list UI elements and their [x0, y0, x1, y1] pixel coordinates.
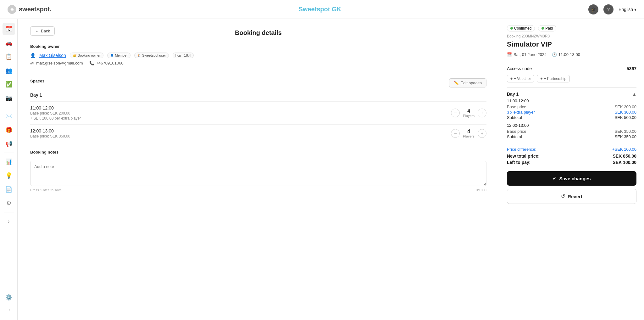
badge-booking-owner: 👑 Booking owner: [70, 53, 103, 58]
sidebar-item-calendar[interactable]: 📅: [3, 23, 15, 35]
partnership-label: + Partnership: [544, 76, 566, 81]
slot-base-price-2: Base price: SEK 350.00: [30, 134, 70, 138]
sidebar-item-schedule[interactable]: 📋: [3, 50, 15, 63]
notes-label: Booking notes: [30, 150, 486, 154]
sidebar-item-gift[interactable]: 🎁: [3, 124, 15, 136]
slot-row-2: 12:00-13:00 Base price: SEK 350.00 − 4 P…: [30, 124, 486, 142]
bay-label: Bay 1: [30, 93, 486, 98]
graduation-icon[interactable]: 🎓: [588, 4, 598, 14]
owner-row: 👤 Max Giselson 👑 Booking owner 👤 Member …: [30, 53, 486, 58]
meta-time: 🕐 11:00-13:00: [552, 52, 580, 57]
sidebar-separator-2: [4, 153, 14, 153]
subtotal-value-1: SEK 500.00: [615, 115, 636, 120]
sidebar-separator: [4, 107, 14, 107]
player-count-value-2: 4: [463, 129, 475, 134]
lang-selector[interactable]: English ▾: [619, 7, 636, 12]
sidebar-item-car[interactable]: 🚗: [3, 36, 15, 49]
player-count-label-1: Players: [463, 114, 475, 118]
notes-char-count: 0/1000: [476, 188, 486, 192]
action-buttons: ✓ Save changes ↺ Revert: [507, 171, 636, 204]
badge-sweetspot-label: Sweetspot user: [142, 53, 166, 57]
slot-info-1: 11:00-12:00 Base price: SEK 200.00 + SEK…: [30, 105, 81, 121]
badge-member-label: Member: [115, 53, 128, 57]
calendar-icon: 📅: [507, 52, 512, 57]
crown-icon: 👑: [73, 54, 76, 57]
revert-button[interactable]: ↺ Revert: [507, 189, 636, 204]
email-item: @ max.giselson@gmail.com: [30, 61, 83, 65]
slot-info-2: 12:00-13:00 Base price: SEK 350.00: [30, 128, 70, 138]
email-icon: @: [30, 61, 34, 65]
right-divider-2: [507, 87, 636, 88]
price-line-extra-1: 3 x extra player SEK 300.00: [507, 110, 636, 115]
app-title: Sweetspot GK: [298, 6, 341, 13]
sidebar-item-users[interactable]: 👥: [3, 64, 15, 77]
person-icon: 👤: [30, 53, 36, 58]
booking-ref: Booking 203MNZWM8R3: [507, 34, 636, 38]
sidebar-item-report[interactable]: 📄: [3, 183, 15, 196]
notes-hint: Press 'Enter' to save: [30, 188, 62, 192]
partnership-button[interactable]: + + Partnership: [537, 75, 570, 82]
sidebar-item-promotions[interactable]: 📢: [3, 138, 15, 150]
notes-textarea[interactable]: [30, 161, 486, 186]
time-block-2-label: 12:00-13:00: [507, 123, 636, 128]
access-row: Access code 5367: [507, 66, 636, 71]
plus-voucher-icon: +: [510, 76, 513, 81]
bay-section-label: Bay 1: [507, 92, 519, 97]
decrease-players-2[interactable]: −: [451, 129, 460, 138]
player-count-value-1: 4: [463, 108, 475, 114]
sidebar-item-settings[interactable]: ⚙️: [3, 291, 15, 304]
increase-players-1[interactable]: +: [478, 109, 486, 117]
notes-footer: Press 'Enter' to save 0/1000: [30, 188, 486, 192]
voucher-button[interactable]: + + Voucher: [507, 75, 534, 82]
sidebar-item-chart[interactable]: 📊: [3, 155, 15, 168]
sidebar-item-filter[interactable]: ⚙: [3, 197, 15, 210]
sidebar-item-bulb[interactable]: 💡: [3, 169, 15, 182]
extra-label-1: 3 x extra player: [507, 110, 535, 115]
collapse-icon[interactable]: ▲: [632, 92, 636, 97]
badge-hcp: hcp - 18.4: [173, 53, 194, 58]
help-icon[interactable]: ?: [603, 4, 613, 14]
clock-icon: 🕐: [552, 52, 557, 57]
golfer-icon: 🏌️: [137, 54, 141, 57]
slot-time-1: 11:00-12:00: [30, 105, 81, 110]
checkmark-icon: ✓: [552, 176, 557, 181]
slot-base-price-1: Base price: SEK 200.00: [30, 111, 81, 115]
plus-partnership-icon: +: [540, 76, 542, 81]
booking-notes: Booking notes Press 'Enter' to save 0/10…: [30, 150, 486, 192]
booking-meta: 📅 Sat, 01 June 2024 🕐 11:00-13:00: [507, 52, 636, 57]
base-price-value-1: SEK 200.00: [615, 104, 636, 109]
contact-row: @ max.giselson@gmail.com 📞 +46709101060: [30, 61, 486, 65]
sidebar-item-logout[interactable]: →: [3, 304, 15, 316]
right-panel: Confirmed Paid Booking 203MNZWM8R3 Simul…: [499, 19, 644, 320]
voucher-row: + + Voucher + + Partnership: [507, 75, 636, 82]
status-row: Confirmed Paid: [507, 25, 636, 31]
time-value: 11:00-13:00: [558, 52, 580, 57]
lang-label: English: [619, 7, 633, 12]
base-price-label-2: Base price: [507, 129, 526, 134]
arrow-left-icon: ←: [35, 29, 39, 33]
sidebar-item-collapse[interactable]: ›: [3, 215, 15, 227]
sidebar-item-camera[interactable]: 📷: [3, 92, 15, 104]
slot-time-2: 12:00-13:00: [30, 128, 70, 133]
owner-name[interactable]: Max Giselson: [39, 53, 66, 58]
sidebar-item-mail[interactable]: ✉️: [3, 110, 15, 122]
bay-section-header: Bay 1 ▲: [507, 92, 636, 97]
price-line-subtotal-2: Subtotal SEK 350.00: [507, 134, 636, 139]
phone-item: 📞 +46709101060: [89, 61, 124, 65]
subtotal-value-2: SEK 350.00: [615, 134, 636, 139]
increase-players-2[interactable]: +: [478, 129, 486, 138]
spaces-header: Spaces ✏️ Edit spaces: [30, 78, 486, 87]
voucher-label: + Voucher: [514, 76, 531, 81]
sidebar-bottom: ⚙️ →: [3, 291, 15, 316]
price-diff-row: Price difference: +SEK 100.00: [507, 147, 636, 152]
edit-spaces-button[interactable]: ✏️ Edit spaces: [449, 78, 486, 87]
member-icon: 👤: [110, 54, 114, 57]
back-button[interactable]: ← Back: [30, 26, 55, 36]
badge-member: 👤 Member: [107, 53, 130, 58]
top-nav: ◉ sweetspot. Sweetspot GK 🎓 ? English ▾: [0, 0, 644, 19]
time-block-1-label: 11:00-12:00: [507, 98, 636, 103]
logo: ◉ sweetspot.: [8, 5, 51, 14]
save-changes-button[interactable]: ✓ Save changes: [507, 171, 636, 186]
decrease-players-1[interactable]: −: [451, 109, 460, 117]
sidebar-item-check[interactable]: ✅: [3, 78, 15, 91]
